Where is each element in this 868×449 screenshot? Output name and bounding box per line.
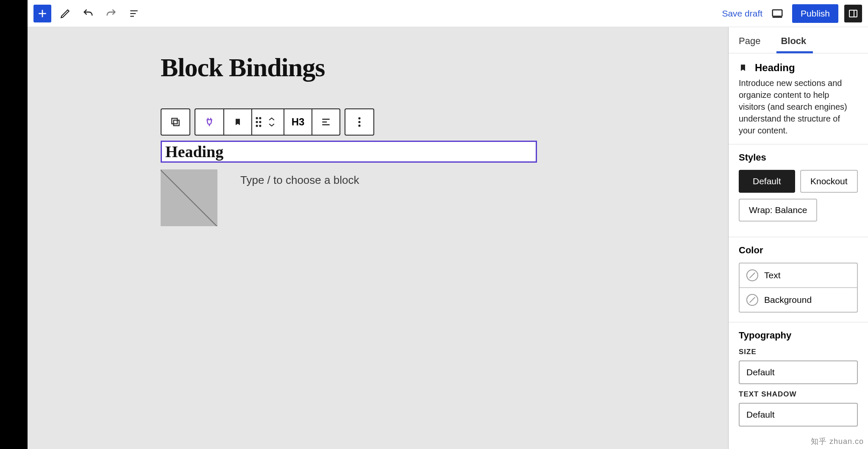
block-toolbar-group-main: H3 [195, 108, 340, 136]
bookmark-icon [739, 62, 747, 73]
move-up-button[interactable] [268, 117, 275, 121]
document-overview-button[interactable] [125, 5, 143, 22]
heading-block[interactable]: Heading [161, 141, 537, 163]
block-bindings-button[interactable] [195, 109, 223, 135]
color-section: Color Text Background [729, 237, 868, 322]
publish-button[interactable]: Publish [792, 4, 838, 23]
svg-point-22 [358, 125, 360, 127]
typography-title: Typography [739, 330, 858, 341]
app-frame: Save draft Publish Block Bindings [28, 0, 868, 449]
editor-canvas[interactable]: Block Bindings [28, 27, 728, 449]
add-block-button[interactable] [33, 5, 51, 22]
settings-sidebar: Page Block Heading Introduce new section… [728, 27, 868, 449]
top-toolbar-right: Save draft Publish [722, 4, 862, 23]
block-toolbar: H3 [161, 108, 374, 136]
undo-button[interactable] [79, 5, 97, 22]
device-icon [771, 7, 784, 20]
block-mover [251, 109, 284, 135]
font-size-select[interactable]: Default [739, 360, 858, 384]
svg-rect-10 [174, 120, 179, 126]
color-background-button[interactable]: Background [740, 287, 857, 312]
style-knockout-button[interactable]: Knockout [800, 170, 858, 193]
block-type-title: Heading [755, 62, 795, 74]
svg-point-16 [259, 125, 261, 127]
align-button[interactable] [312, 109, 339, 135]
heading-block-text[interactable]: Heading [165, 142, 223, 161]
svg-point-11 [256, 117, 258, 119]
plug-icon [204, 116, 215, 127]
style-default-button[interactable]: Default [739, 170, 795, 193]
styles-section: Styles Default Knockout Wrap: Balance [729, 144, 868, 237]
top-toolbar-left [33, 5, 143, 22]
preview-button[interactable] [768, 5, 786, 22]
redo-button[interactable] [102, 5, 120, 22]
svg-rect-9 [172, 118, 177, 124]
move-stack [262, 109, 281, 135]
more-vertical-icon [358, 116, 361, 127]
block-toolbar-group-transform [161, 108, 190, 136]
style-wrap-balance-button[interactable]: Wrap: Balance [739, 199, 817, 222]
align-left-icon [320, 116, 331, 127]
swatch-none-icon [746, 269, 758, 281]
top-toolbar: Save draft Publish [28, 0, 868, 27]
svg-point-14 [259, 121, 261, 123]
plus-icon [37, 8, 48, 19]
bookmark-icon [234, 117, 242, 127]
svg-rect-7 [849, 10, 857, 17]
styles-title: Styles [739, 152, 858, 163]
redo-icon [105, 8, 117, 19]
settings-panel-toggle[interactable] [844, 5, 862, 22]
list-icon [128, 8, 139, 19]
sidebar-icon [848, 8, 858, 19]
copy-icon [170, 116, 181, 127]
page-title[interactable]: Block Bindings [161, 53, 325, 83]
move-down-button[interactable] [268, 123, 275, 127]
block-toolbar-group-more [345, 108, 374, 136]
edit-mode-button[interactable] [56, 5, 74, 22]
color-text-button[interactable]: Text [740, 263, 857, 287]
heading-block-icon-button[interactable] [223, 109, 251, 135]
svg-point-15 [256, 125, 258, 127]
block-type-description: Introduce new sections and organize cont… [739, 77, 858, 136]
tab-page[interactable]: Page [729, 27, 771, 53]
undo-icon [82, 8, 94, 19]
svg-point-21 [358, 121, 360, 123]
svg-rect-5 [773, 10, 782, 16]
color-title: Color [739, 245, 858, 256]
svg-point-13 [256, 121, 258, 123]
sidebar-tabs: Page Block [729, 27, 868, 53]
block-header: Heading Introduce new sections and organ… [729, 53, 868, 144]
text-shadow-select[interactable]: Default [739, 403, 858, 427]
block-more-options-button[interactable] [345, 109, 373, 135]
color-background-label: Background [764, 295, 812, 305]
svg-point-12 [259, 117, 261, 119]
heading-level-button[interactable]: H3 [284, 109, 312, 135]
typography-section: Typography SIZE Default TEXT SHADOW Defa… [729, 322, 868, 442]
size-label: SIZE [739, 348, 858, 356]
svg-point-20 [358, 117, 360, 119]
image-block-placeholder[interactable] [161, 169, 217, 226]
pencil-icon [60, 8, 71, 19]
text-shadow-label: TEXT SHADOW [739, 390, 858, 399]
paragraph-placeholder[interactable]: Type / to choose a block [240, 174, 359, 187]
block-transform-button[interactable] [161, 109, 189, 135]
tab-block[interactable]: Block [771, 27, 816, 53]
save-draft-button[interactable]: Save draft [722, 8, 762, 19]
watermark: 知乎 zhuan.co [811, 436, 864, 446]
swatch-none-icon [746, 294, 758, 306]
color-text-label: Text [764, 270, 781, 280]
drag-handle-icon[interactable] [255, 116, 262, 127]
